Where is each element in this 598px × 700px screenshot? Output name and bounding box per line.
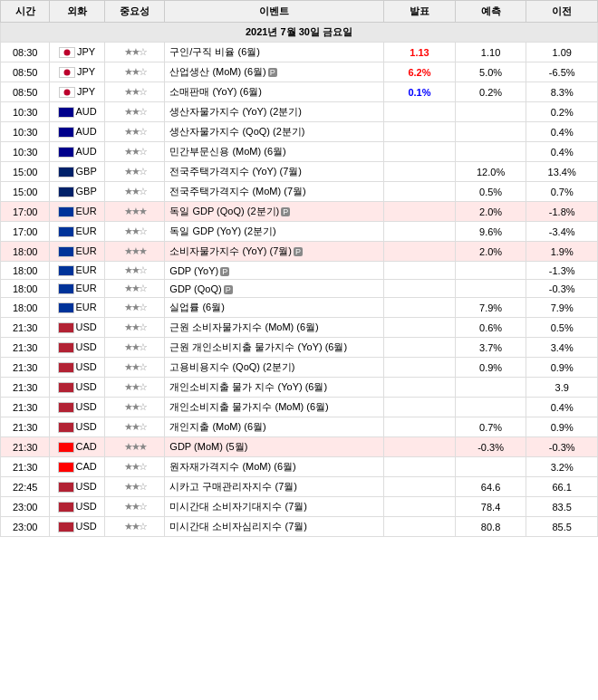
importance-stars: ★★★ [124,441,146,452]
header-currency: 외화 [50,1,104,23]
preliminary-marker: P [294,247,303,256]
table-row: 18:00EUR★★☆GDP (QoQ)P-0.3% [1,280,598,298]
previous-cell: 66.1 [526,477,598,497]
importance-cell: ★★☆ [104,517,165,537]
time-cell: 08:50 [1,82,50,102]
currency-cell: EUR [50,280,104,298]
currency-cell: USD [50,378,104,398]
importance-stars: ★★☆ [124,186,146,197]
flag-us-icon [58,482,74,493]
release-cell [384,398,456,417]
table-row: 21:30CAD★★★GDP (MoM) (5월)-0.3%-0.3% [1,437,598,457]
time-cell: 21:30 [1,398,50,417]
release-cell [384,497,456,517]
release-cell [384,457,456,477]
event-cell: 생산자물가지수 (YoY) (2분기) [165,102,384,122]
preliminary-marker: P [268,68,277,77]
importance-cell: ★★☆ [104,457,165,477]
flag-eu-icon [58,246,74,257]
forecast-cell [455,457,526,477]
header-event: 이벤트 [165,1,384,23]
previous-cell: 1.09 [526,43,598,62]
forecast-cell [455,102,526,122]
currency-label: GBP [76,166,97,177]
release-cell [384,222,456,242]
table-row: 21:30USD★★☆개인소비지출 물가 지수 (YoY) (6월)3.9 [1,378,598,398]
currency-label: JPY [77,46,95,57]
flag-us-icon [58,402,74,413]
importance-stars: ★★☆ [124,302,146,312]
time-cell: 10:30 [1,122,50,142]
importance-stars: ★★☆ [124,481,146,492]
forecast-cell [455,378,526,398]
economic-calendar-table: 시간 외화 중요성 이벤트 발표 예측 이전 2021년 7월 30일 금요일 … [0,0,598,537]
currency-label: CAD [76,461,97,472]
importance-stars: ★★☆ [124,264,146,275]
header-release: 발표 [384,1,456,23]
flag-au-icon [58,147,74,158]
previous-cell: 8.3% [526,82,598,102]
flag-gb-icon [58,167,74,177]
currency-label: EUR [76,206,97,216]
forecast-cell: 78.4 [455,497,526,517]
table-row: 21:30USD★★☆근원 개인소비지출 물가지수 (YoY) (6월)3.7%… [1,338,598,358]
flag-ca-icon [58,442,74,453]
previous-cell: -1.3% [526,262,598,280]
event-cell: 독일 GDP (YoY) (2분기) [165,222,384,242]
event-cell: 소비자물가지수 (YoY) (7월)P [165,242,384,262]
currency-cell: CAD [50,437,104,457]
time-cell: 22:45 [1,477,50,497]
importance-cell: ★★☆ [104,497,165,517]
flag-au-icon [58,127,74,138]
release-cell [384,142,456,162]
flag-us-icon [58,522,74,532]
currency-label: USD [76,321,97,332]
currency-label: USD [76,401,97,412]
event-cell: 개인소비지출 물가지수 (MoM) (6월) [165,398,384,417]
release-cell [384,122,456,142]
table-row: 23:00USD★★☆미시간대 소비자심리지수 (7월)80.885.5 [1,517,598,537]
header-forecast: 예측 [455,1,526,23]
previous-cell: 83.5 [526,497,598,517]
currency-cell: USD [50,477,104,497]
currency-label: CAD [76,441,97,452]
table-row: 18:00EUR★★☆GDP (YoY)P-1.3% [1,262,598,280]
currency-label: USD [76,361,97,372]
table-row: 17:00EUR★★☆독일 GDP (YoY) (2분기)9.6%-3.4% [1,222,598,242]
event-cell: GDP (YoY)P [165,262,384,280]
date-row: 2021년 7월 30일 금요일 [1,23,598,43]
importance-stars: ★★☆ [124,341,146,352]
importance-cell: ★★★ [104,202,165,222]
previous-cell: -6.5% [526,62,598,82]
table-row: 10:30AUD★★☆생산자물가지수 (QoQ) (2분기)0.4% [1,122,598,142]
currency-label: EUR [76,283,97,293]
importance-stars: ★★☆ [124,46,146,57]
forecast-cell: 1.10 [455,43,526,62]
forecast-cell: 80.8 [455,517,526,537]
flag-us-icon [58,362,74,373]
table-row: 21:30USD★★☆개인소비지출 물가지수 (MoM) (6월)0.4% [1,398,598,417]
importance-stars: ★★☆ [124,283,146,293]
importance-cell: ★★☆ [104,262,165,280]
release-cell [384,437,456,457]
event-cell: 근원 개인소비지출 물가지수 (YoY) (6월) [165,338,384,358]
event-cell: 근원 소비자물가지수 (MoM) (6월) [165,318,384,338]
importance-stars: ★★☆ [124,421,146,432]
previous-cell: -0.3% [526,280,598,298]
time-cell: 10:30 [1,102,50,122]
importance-cell: ★★☆ [104,358,165,378]
header-previous: 이전 [526,1,598,23]
previous-cell: 0.7% [526,182,598,202]
table-row: 21:30USD★★☆근원 소비자물가지수 (MoM) (6월)0.6%0.5% [1,318,598,338]
time-cell: 10:30 [1,142,50,162]
time-cell: 17:00 [1,222,50,242]
importance-cell: ★★☆ [104,122,165,142]
event-cell: 원자재가격지수 (MoM) (6월) [165,457,384,477]
importance-cell: ★★☆ [104,182,165,202]
previous-cell: 13.4% [526,162,598,182]
event-cell: GDP (MoM) (5월) [165,437,384,457]
importance-cell: ★★☆ [104,318,165,338]
release-cell [384,477,456,497]
importance-stars: ★★☆ [124,225,146,236]
currency-label: GBP [76,186,97,197]
